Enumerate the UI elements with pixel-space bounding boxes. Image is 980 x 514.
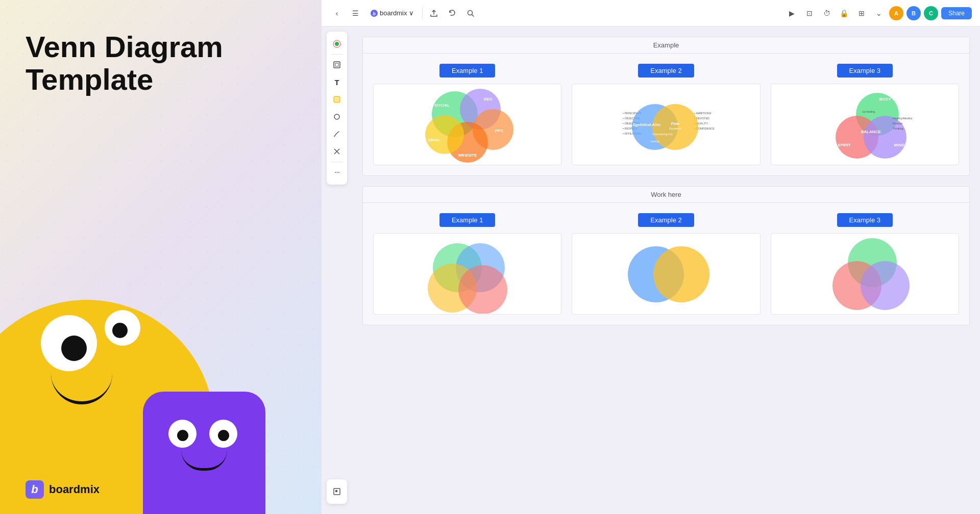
- minimap-tool[interactable]: [329, 483, 345, 500]
- purple-monster: [143, 361, 265, 514]
- work-card-3: Example 3: [771, 213, 959, 315]
- workhere-section: Work here Example 1: [362, 186, 970, 325]
- svg-text:MIND: MIND: [894, 143, 905, 147]
- search-button[interactable]: [463, 6, 478, 20]
- svg-text:SOCIAL: SOCIAL: [434, 103, 450, 108]
- venn-work-diagram-1: [416, 235, 519, 314]
- canvas-content[interactable]: Example Example 1: [352, 27, 980, 514]
- back-button[interactable]: ‹: [330, 6, 344, 20]
- tool-separator-2: [331, 162, 343, 162]
- left-panel: Venn DiagramTemplate b boardmix: [0, 0, 322, 514]
- svg-text:Flow: Flow: [671, 122, 679, 125]
- venn-work-1[interactable]: [373, 233, 561, 315]
- boardmix-logo: b boardmix: [26, 480, 100, 499]
- timer-button[interactable]: ⏱: [820, 6, 834, 20]
- venn-work-diagram-2: [615, 235, 717, 314]
- purple-pupil-left: [177, 430, 188, 441]
- example-card-1: Example 1 SOCIAL SEO P: [373, 64, 561, 165]
- example-2-label: Example 2: [638, 64, 694, 78]
- play-button[interactable]: ▶: [785, 6, 799, 20]
- svg-text:b: b: [373, 11, 376, 16]
- svg-point-9: [334, 114, 339, 119]
- svg-text:EMAIL: EMAIL: [428, 138, 440, 142]
- svg-rect-7: [335, 63, 338, 66]
- logo-icon: b: [26, 480, 44, 499]
- toolbar-right: ▶ ⊡ ⏱ 🔒 ⊞ ⌄ A B C Share: [785, 6, 972, 20]
- present-button[interactable]: ⊡: [802, 6, 817, 20]
- svg-text:Egotistical.Altru: Egotistical.Altru: [633, 123, 660, 127]
- share-button[interactable]: Share: [941, 7, 972, 19]
- svg-text:1st feeling: 1st feeling: [862, 110, 875, 113]
- svg-point-5: [335, 42, 339, 46]
- venn-2: • PRINCIPLES • OBJECTIVE • OBJECTIVE • R…: [572, 84, 760, 165]
- undo-icon: [448, 9, 456, 17]
- tool-separator: [331, 54, 343, 55]
- export-button[interactable]: [427, 6, 441, 20]
- svg-text:• AMBITIONS: • AMBITIONS: [694, 112, 712, 115]
- more-button[interactable]: ⌄: [872, 6, 886, 20]
- avatar-3: C: [924, 6, 938, 20]
- file-name-text: boardmix: [380, 9, 407, 17]
- venn-1: SOCIAL SEO PPC WEBSITE EMAIL: [373, 84, 561, 165]
- connector-tool[interactable]: [329, 143, 345, 160]
- text-tool[interactable]: T: [329, 74, 345, 90]
- color-tool[interactable]: [329, 36, 345, 52]
- frame-tool[interactable]: [329, 57, 345, 73]
- tools-bottom: [327, 479, 347, 504]
- page-title: Venn DiagramTemplate: [26, 31, 223, 96]
- menu-button[interactable]: ☰: [348, 6, 362, 20]
- sticky-tool[interactable]: [329, 91, 345, 108]
- svg-text:Finance: Finance: [893, 122, 903, 125]
- svg-line-3: [472, 14, 474, 16]
- toolbar: ‹ ☰ b boardmix ∨ ▶ ⊡ ⏱ 🔒 ⊞ ⌄ A B C: [322, 0, 980, 27]
- grid-button[interactable]: ⊞: [854, 6, 869, 20]
- work-3-label: Example 3: [837, 213, 893, 227]
- work-1-label: Example 1: [439, 213, 495, 227]
- svg-text:WEBSITE: WEBSITE: [458, 153, 477, 158]
- more-tools[interactable]: ···: [329, 164, 345, 181]
- export-icon: [430, 9, 438, 17]
- svg-point-56: [653, 246, 709, 302]
- pen-tool[interactable]: [329, 126, 345, 142]
- svg-point-59: [861, 261, 910, 310]
- avatar-2: B: [906, 6, 921, 20]
- shape-tool[interactable]: [329, 109, 345, 125]
- avatar-1: A: [889, 6, 903, 20]
- boardmix-small-icon: b: [371, 10, 378, 17]
- svg-text:SPIRIT: SPIRIT: [838, 143, 851, 147]
- undo-button[interactable]: [445, 6, 459, 20]
- workhere-section-header: Work here: [363, 187, 969, 203]
- svg-text:BODY: BODY: [879, 97, 892, 101]
- example-3-label: Example 3: [837, 64, 893, 78]
- svg-rect-13: [335, 490, 337, 492]
- toolbar-sep-1: [422, 7, 423, 19]
- venn-diagram-2: • PRINCIPLES • OBJECTIVE • OBJECTIVE • R…: [615, 86, 717, 163]
- venn-3: BODY SPIRIT MIND BALANCE 1st feeling Hea…: [771, 84, 959, 165]
- svg-text:Dynamic: Dynamic: [669, 127, 681, 130]
- svg-point-54: [458, 265, 507, 314]
- purple-pupil-right: [218, 430, 229, 441]
- svg-text:Overcoming Crit: Overcoming Crit: [652, 133, 673, 136]
- venn-work-diagram-3: [814, 235, 916, 314]
- face-pupil-left: [61, 336, 87, 361]
- right-panel: ‹ ☰ b boardmix ∨ ▶ ⊡ ⏱ 🔒 ⊞ ⌄ A B C: [322, 0, 980, 514]
- example-section-body: Example 1 SOCIAL SEO P: [363, 54, 969, 175]
- example-card-2: Example 2 • PRINCIPLES • OBJECTIVE • OBJ…: [572, 64, 760, 165]
- svg-rect-6: [334, 62, 340, 68]
- lock-button[interactable]: 🔒: [837, 6, 851, 20]
- example-section-header: Example: [363, 37, 969, 54]
- venn-work-3[interactable]: [771, 233, 959, 315]
- venn-diagram-1: SOCIAL SEO PPC WEBSITE EMAIL: [416, 86, 519, 163]
- face-pupil-right: [112, 323, 128, 338]
- venn-diagram-3: BODY SPIRIT MIND BALANCE 1st feeling Hea…: [814, 86, 916, 163]
- svg-text:Thinking: Thinking: [893, 127, 903, 130]
- file-name[interactable]: b boardmix ∨: [366, 7, 418, 19]
- svg-text:SEO: SEO: [483, 97, 492, 101]
- tools-panel: T ···: [327, 32, 347, 185]
- svg-text:PPC: PPC: [495, 128, 503, 133]
- search-icon: [467, 9, 475, 17]
- venn-work-2[interactable]: [572, 233, 760, 315]
- svg-text:Healthy/Mindful: Healthy/Mindful: [893, 117, 912, 120]
- workhere-section-body: Example 1 Example 2: [363, 203, 969, 325]
- work-card-2: Example 2: [572, 213, 760, 315]
